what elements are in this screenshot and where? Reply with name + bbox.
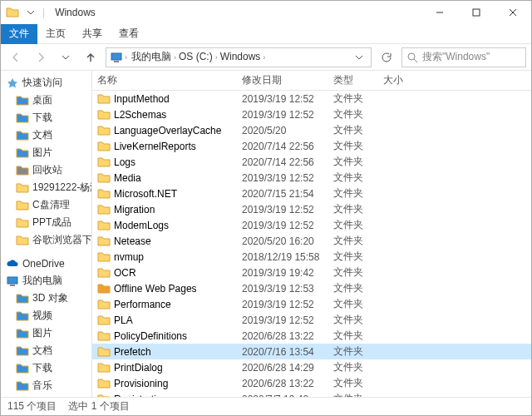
view-tab[interactable]: 查看	[111, 24, 147, 44]
file-name: Migration	[114, 204, 155, 215]
file-type: 文件夹	[333, 92, 383, 106]
pic-icon	[16, 146, 29, 160]
file-row[interactable]: nvmup2018/12/19 15:58文件夹	[92, 249, 531, 265]
sidebar-group[interactable]: 我的电脑	[1, 272, 91, 290]
sidebar-label: 3D 对象	[32, 291, 68, 305]
recent-button[interactable]	[56, 47, 76, 67]
file-row[interactable]: ModemLogs2019/3/19 12:52文件夹	[92, 217, 531, 233]
sidebar-item[interactable]: 下载	[1, 109, 91, 126]
file-row[interactable]: Netease2020/5/20 16:20文件夹	[92, 233, 531, 249]
breadcrumb-segments[interactable]: 我的电脑›OS (C:)›Windows›	[129, 50, 265, 64]
file-row[interactable]: Offline Web Pages2019/3/19 12:53文件夹	[92, 280, 531, 296]
sidebar-item[interactable]: C盘清理	[1, 196, 91, 214]
folder-icon	[97, 156, 111, 169]
up-button[interactable]	[81, 47, 101, 67]
file-type: 文件夹	[333, 171, 383, 185]
file-date: 2019/3/19 12:52	[242, 109, 333, 121]
share-tab[interactable]: 共享	[74, 24, 111, 44]
sidebar-label: 回收站	[32, 163, 62, 177]
folder-icon	[97, 108, 111, 121]
sidebar-label: 视频	[32, 309, 52, 323]
home-tab[interactable]: 主页	[37, 24, 74, 44]
sidebar-group[interactable]: OneDrive	[1, 255, 91, 272]
file-date: 2020/7/16 13:54	[242, 346, 333, 358]
file-row[interactable]: PrintDialog2020/6/28 14:29文件夹	[92, 359, 531, 375]
chevron-right-icon: ›	[263, 53, 265, 62]
file-row[interactable]: LiveKernelReports2020/7/14 22:56文件夹	[92, 138, 531, 154]
file-type: 文件夹	[333, 250, 383, 264]
col-type[interactable]: 类型	[333, 73, 383, 87]
file-name: InputMethod	[114, 93, 170, 105]
sidebar-item[interactable]: 图片	[1, 324, 91, 342]
sidebar-item[interactable]: 音乐	[1, 377, 91, 394]
file-type: 文件夹	[333, 376, 383, 390]
cloud-icon	[6, 257, 19, 270]
file-row[interactable]: InputMethod2019/3/19 12:52文件夹	[92, 91, 531, 106]
breadcrumb-seg[interactable]: OS (C:)	[176, 51, 215, 62]
file-type: 文件夹	[333, 281, 383, 295]
file-name: nvmup	[114, 251, 144, 263]
file-row[interactable]: PolicyDefinitions2020/6/28 13:22文件夹	[92, 328, 531, 344]
folder-icon	[97, 124, 111, 137]
sidebar-item[interactable]: 下载	[1, 359, 91, 377]
file-row[interactable]: Media2019/3/19 12:52文件夹	[92, 170, 531, 186]
sidebar-item[interactable]: 19291222-杨涵	[1, 179, 91, 196]
col-size[interactable]: 大小	[383, 73, 433, 87]
refresh-button[interactable]	[377, 47, 397, 67]
sidebar-label: 下载	[32, 361, 52, 375]
status-bar: 115 个项目 选中 1 个项目	[1, 397, 531, 415]
file-type: 文件夹	[333, 329, 383, 343]
file-name: Provisioning	[114, 378, 168, 389]
svg-rect-2	[114, 61, 119, 62]
maximize-button[interactable]	[458, 1, 495, 24]
file-row[interactable]: OCR2019/3/19 19:42文件夹	[92, 265, 531, 280]
file-list[interactable]: InputMethod2019/3/19 12:52文件夹L2Schemas20…	[92, 91, 531, 397]
sidebar-item[interactable]: 桌面	[1, 92, 91, 109]
file-row[interactable]: Microsoft.NET2020/7/15 21:54文件夹	[92, 186, 531, 201]
down-icon[interactable]	[24, 6, 37, 19]
file-type: 文件夹	[333, 155, 383, 169]
breadcrumb[interactable]: › 我的电脑›OS (C:)›Windows›	[106, 47, 372, 67]
col-name[interactable]: 名称	[92, 73, 242, 87]
divider: |	[42, 7, 45, 18]
sidebar-item[interactable]: 文档	[1, 342, 91, 359]
breadcrumb-seg[interactable]: Windows	[218, 51, 264, 62]
file-row[interactable]: Prefetch2020/7/16 13:54文件夹	[92, 344, 531, 359]
navigation-pane[interactable]: 快速访问桌面下载文档图片回收站19291222-杨涵C盘清理PPT成品谷歌浏览器…	[1, 71, 92, 397]
search-placeholder: 搜索"Windows"	[422, 50, 490, 64]
folder-icon	[97, 250, 111, 264]
sidebar-item[interactable]: 视频	[1, 307, 91, 324]
chevron-down-icon[interactable]	[351, 53, 367, 62]
back-button[interactable]	[6, 47, 26, 67]
file-row[interactable]: L2Schemas2019/3/19 12:52文件夹	[92, 106, 531, 122]
folder-icon	[97, 235, 111, 248]
file-row[interactable]: PLA2019/3/19 12:52文件夹	[92, 312, 531, 328]
file-row[interactable]: Provisioning2020/6/28 13:22文件夹	[92, 375, 531, 391]
sidebar-item[interactable]: 3D 对象	[1, 290, 91, 307]
sidebar-group[interactable]: 快速访问	[1, 74, 91, 92]
file-row[interactable]: LanguageOverlayCache2020/5/20文件夹	[92, 122, 531, 138]
file-row[interactable]: Migration2019/3/19 12:52文件夹	[92, 201, 531, 217]
file-name: PolicyDefinitions	[114, 330, 187, 342]
sidebar-item[interactable]: 文档	[1, 126, 91, 144]
file-name: Microsoft.NET	[114, 188, 177, 200]
file-name: Netease	[114, 235, 151, 247]
close-button[interactable]	[495, 1, 531, 24]
file-tab[interactable]: 文件	[1, 24, 37, 44]
sidebar-item[interactable]: 谷歌浏览器下载	[1, 231, 91, 249]
sidebar-item[interactable]: 回收站	[1, 161, 91, 179]
forward-button[interactable]	[31, 47, 51, 67]
file-row[interactable]: Registration2020/7/7 19:42文件夹	[92, 391, 531, 397]
search-input[interactable]: 搜索"Windows"	[401, 47, 526, 67]
column-headers[interactable]: 名称 修改日期 类型 大小	[92, 71, 531, 91]
sidebar-label: 图片	[32, 146, 52, 160]
file-type: 文件夹	[333, 234, 383, 248]
sidebar-item[interactable]: PPT成品	[1, 214, 91, 231]
file-row[interactable]: Performance2019/3/19 12:52文件夹	[92, 296, 531, 312]
sidebar-item[interactable]: 图片	[1, 144, 91, 161]
file-date: 2020/7/14 22:56	[242, 141, 333, 152]
breadcrumb-seg[interactable]: 我的电脑	[129, 51, 174, 62]
file-row[interactable]: Logs2020/7/14 22:56文件夹	[92, 154, 531, 170]
col-date[interactable]: 修改日期	[242, 73, 333, 87]
minimize-button[interactable]	[421, 1, 458, 24]
